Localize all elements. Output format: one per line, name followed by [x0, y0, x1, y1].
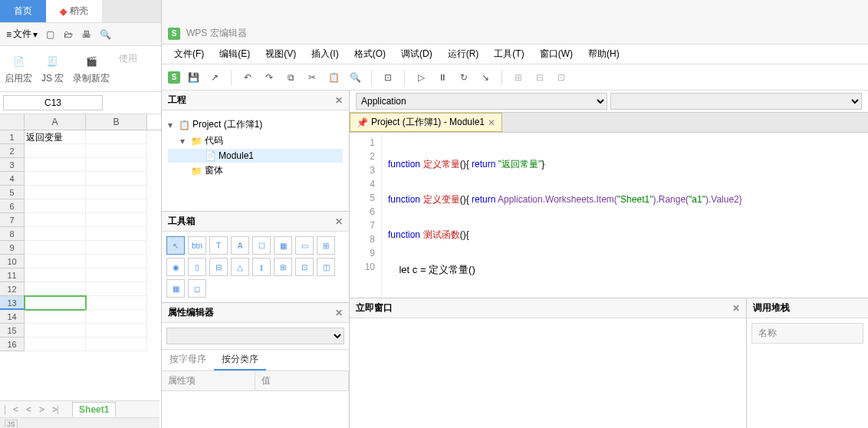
cell[interactable]	[86, 158, 147, 172]
toolbox-item[interactable]: ⊟	[209, 258, 228, 276]
menu-insert[interactable]: 插入(I)	[305, 46, 344, 62]
row-header[interactable]: 5	[0, 186, 25, 199]
toolbox-close-icon[interactable]: ✕	[335, 216, 343, 227]
code-tab[interactable]: 📌 Project (工作簿1) - Module1 ✕	[350, 113, 502, 132]
toolbox-item[interactable]: ☐	[252, 236, 271, 255]
cell[interactable]	[25, 241, 86, 255]
layout3-icon[interactable]: ⊡	[553, 69, 570, 86]
row-header[interactable]: 2	[0, 144, 25, 158]
cell[interactable]	[25, 158, 86, 172]
paste-icon[interactable]: 📋	[325, 69, 342, 86]
row-header[interactable]: 16	[0, 337, 25, 351]
cell[interactable]	[25, 337, 86, 351]
nav-last-icon[interactable]: >⎸	[51, 404, 67, 415]
cell[interactable]	[86, 144, 147, 158]
prop-combo-select[interactable]	[166, 328, 344, 344]
toolbox-item[interactable]: ▭	[295, 236, 314, 255]
row-header[interactable]: 12	[0, 282, 25, 296]
menu-help[interactable]: 帮助(H)	[582, 46, 626, 62]
cell[interactable]	[86, 199, 147, 213]
js-macro-button[interactable]: 🧾 JS 宏	[41, 52, 64, 85]
row-header[interactable]: 14	[0, 310, 25, 324]
row-header[interactable]: 13	[0, 296, 25, 310]
print-icon[interactable]: 🖶	[81, 28, 93, 41]
nav-prev-icon[interactable]: <	[25, 404, 33, 415]
menu-run[interactable]: 运行(R)	[442, 46, 485, 62]
menu-format[interactable]: 格式(O)	[348, 46, 392, 62]
file-menu-button[interactable]: ≡ 文件 ▾	[6, 28, 38, 41]
docer-tab[interactable]: ◆ 稻壳	[46, 0, 102, 22]
immediate-close-icon[interactable]: ✕	[732, 303, 740, 314]
menu-debug[interactable]: 调试(D)	[395, 46, 439, 62]
stop-icon[interactable]: ↻	[455, 69, 472, 86]
row-header[interactable]: 10	[0, 255, 25, 268]
row-header[interactable]: 3	[0, 158, 25, 172]
cell[interactable]	[25, 213, 86, 227]
prop-tab-category[interactable]: 按分类序	[214, 350, 266, 370]
toolbox-item[interactable]: btn	[188, 236, 206, 255]
toolbox-item[interactable]: ▯	[188, 258, 206, 276]
nav-next-icon[interactable]: >	[38, 404, 46, 415]
code-tab-close-icon[interactable]: ✕	[488, 117, 495, 128]
cell[interactable]	[86, 213, 147, 227]
tree-code-folder[interactable]: ▾ 📁 代码	[168, 133, 343, 149]
home-tab[interactable]: 首页	[0, 0, 46, 22]
toolbox-item[interactable]: T	[209, 236, 228, 255]
cell[interactable]	[25, 172, 86, 186]
row-header[interactable]: 8	[0, 227, 25, 241]
select-all-corner[interactable]	[0, 114, 25, 130]
cell[interactable]: 返回变量	[25, 130, 86, 144]
menu-tools[interactable]: 工具(T)	[488, 46, 530, 62]
cell[interactable]	[86, 296, 147, 310]
cell[interactable]	[25, 199, 86, 213]
row-header[interactable]: 6	[0, 199, 25, 213]
procedure-select[interactable]	[610, 93, 862, 110]
cell[interactable]	[25, 310, 86, 324]
code-editor[interactable]: 12345678910 function 定义常量(){ return "返回常…	[350, 133, 868, 298]
toolbox-item[interactable]: ↖	[166, 236, 185, 255]
find-icon[interactable]: 🔍	[347, 69, 363, 86]
row-header[interactable]: 1	[0, 130, 25, 144]
cell[interactable]	[86, 130, 147, 144]
menu-window[interactable]: 窗口(W)	[534, 46, 579, 62]
cell[interactable]	[86, 268, 147, 282]
nav-first-icon[interactable]: ⎸<	[3, 404, 20, 415]
prop-close-icon[interactable]: ✕	[335, 308, 343, 318]
tree-module1[interactable]: 📄 Module1	[168, 149, 343, 163]
cell[interactable]	[86, 255, 147, 268]
toolbox-item[interactable]: ▦	[274, 236, 292, 255]
tree-project-root[interactable]: ▾ 📋 Project (工作簿1)	[168, 117, 343, 133]
immediate-content[interactable]	[350, 318, 746, 428]
layout1-icon[interactable]: ⊞	[510, 69, 527, 86]
menu-edit[interactable]: 编辑(E)	[213, 46, 256, 62]
menu-view[interactable]: 视图(V)	[259, 46, 302, 62]
toolbox-item[interactable]: △	[231, 258, 249, 276]
prop-tab-alpha[interactable]: 按字母序	[162, 350, 214, 370]
cut-icon[interactable]: ✂	[304, 69, 321, 86]
toolbox-item[interactable]: ⫿	[252, 258, 271, 276]
cell[interactable]	[86, 241, 147, 255]
cell[interactable]	[25, 324, 86, 337]
row-header[interactable]: 7	[0, 213, 25, 227]
cell[interactable]	[25, 255, 86, 268]
new-icon[interactable]: ▢	[44, 28, 56, 41]
preview-icon[interactable]: 🔍	[99, 28, 111, 41]
spreadsheet-grid[interactable]: A B 1返回变量2345678910111213141516	[0, 114, 161, 351]
cell[interactable]	[25, 227, 86, 241]
row-header[interactable]: 11	[0, 268, 25, 282]
cell[interactable]	[86, 172, 147, 186]
col-header-a[interactable]: A	[25, 114, 86, 130]
cell[interactable]	[86, 337, 147, 351]
toolbox-item[interactable]: ◉	[166, 258, 185, 276]
code-lines[interactable]: function 定义常量(){ return "返回常量"} function…	[382, 133, 748, 298]
copy-icon[interactable]: ⧉	[282, 69, 299, 86]
object-select[interactable]: Application	[356, 93, 607, 110]
tree-forms-folder[interactable]: ▾ 📁 窗体	[168, 163, 343, 179]
open-icon[interactable]: 🗁	[62, 28, 74, 41]
cell[interactable]	[25, 268, 86, 282]
toolbox-item[interactable]: A	[231, 236, 249, 255]
sheet-tab[interactable]: Sheet1	[72, 402, 116, 416]
enable-macro-button[interactable]: 📄 启用宏	[5, 52, 32, 85]
menu-file[interactable]: 文件(F)	[168, 46, 210, 62]
undo-icon[interactable]: ↶	[239, 69, 256, 86]
